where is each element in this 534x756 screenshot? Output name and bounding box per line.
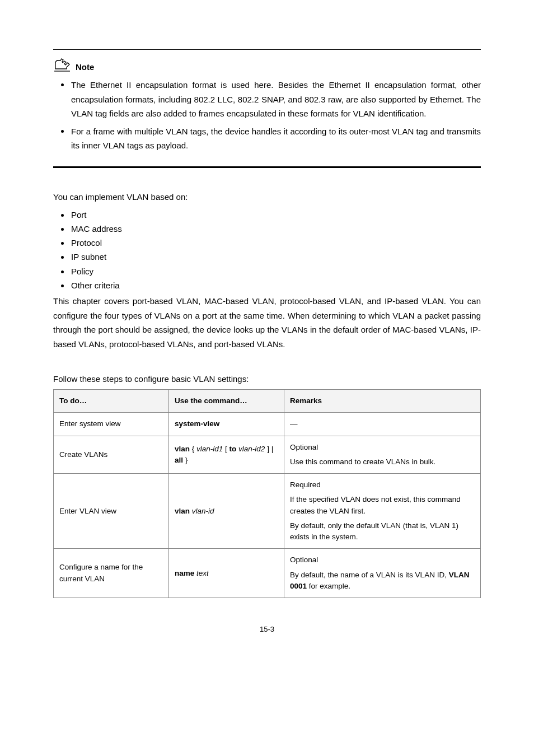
page-number: 15-3 bbox=[53, 625, 481, 633]
cmd-arg: vlan-id2 bbox=[238, 445, 265, 453]
cmd-punct: ] | bbox=[265, 445, 273, 453]
note-end-rule bbox=[53, 166, 481, 168]
cmd-arg: text bbox=[196, 569, 209, 577]
cell-command: system-view bbox=[169, 413, 284, 436]
cell-todo: Enter VLAN view bbox=[54, 474, 169, 549]
config-table: To do… Use the command… Remarks Enter sy… bbox=[53, 389, 481, 598]
remarks-text: If the specified VLAN does not exist, th… bbox=[290, 494, 475, 517]
note-heading: Note bbox=[53, 58, 481, 72]
table-row: Configure a name for the current VLAN na… bbox=[54, 549, 481, 598]
cmd-keyword: system-view bbox=[175, 419, 219, 428]
top-rule bbox=[53, 49, 481, 50]
remarks-text: Optional bbox=[290, 442, 475, 453]
col-header-todo: To do… bbox=[54, 390, 169, 413]
remarks-span: for example. bbox=[307, 582, 350, 590]
cell-remarks: — bbox=[284, 413, 481, 436]
remarks-text: By default, only the default VLAN (that … bbox=[290, 520, 475, 543]
cell-remarks: Required If the specified VLAN does not … bbox=[284, 474, 481, 549]
table-row: Enter system view system-view — bbox=[54, 413, 481, 436]
cmd-punct: } bbox=[183, 456, 188, 464]
cell-todo: Create VLANs bbox=[54, 436, 169, 474]
cmd-punct: { bbox=[190, 445, 196, 453]
vlan-types-paragraph: This chapter covers port-based VLAN, MAC… bbox=[53, 294, 481, 351]
col-header-remarks: Remarks bbox=[284, 390, 481, 413]
table-header-row: To do… Use the command… Remarks bbox=[54, 390, 481, 413]
table-caption: Follow these steps to configure basic VL… bbox=[53, 372, 481, 386]
note-list: The Ethernet II encapsulation format is … bbox=[53, 78, 481, 153]
cell-command: name text bbox=[169, 549, 284, 598]
remarks-text: Use this command to create VLANs in bulk… bbox=[290, 456, 475, 468]
cmd-keyword: all bbox=[175, 456, 183, 464]
cmd-arg: vlan-id bbox=[192, 507, 214, 515]
cmd-punct: [ bbox=[223, 445, 229, 453]
list-item: Port bbox=[53, 208, 481, 221]
list-item: Policy bbox=[53, 265, 481, 278]
cmd-keyword: name bbox=[175, 569, 194, 577]
cell-todo: Enter system view bbox=[54, 413, 169, 436]
list-item: MAC address bbox=[53, 222, 481, 235]
cell-command: vlan { vlan-id1 [ to vlan-id2 ] | all } bbox=[169, 436, 284, 474]
note-item: The Ethernet II encapsulation format is … bbox=[53, 78, 481, 121]
cell-todo: Configure a name for the current VLAN bbox=[54, 549, 169, 598]
remarks-text: By default, the name of a VLAN is its VL… bbox=[290, 570, 475, 592]
note-item: For a frame with multiple VLAN tags, the… bbox=[53, 124, 481, 153]
vlan-types-list: Port MAC address Protocol IP subnet Poli… bbox=[53, 208, 481, 292]
vlan-types-lead: You can implement VLAN based on: bbox=[53, 190, 481, 204]
remarks-text: — bbox=[290, 418, 475, 430]
cell-remarks: Optional By default, the name of a VLAN … bbox=[284, 549, 481, 598]
note-hand-icon bbox=[53, 58, 72, 72]
note-label: Note bbox=[76, 63, 94, 72]
remarks-text: Required bbox=[290, 479, 475, 491]
remarks-span: By default, the name of a VLAN is its VL… bbox=[290, 571, 449, 579]
cell-command: vlan vlan-id bbox=[169, 474, 284, 549]
note-block: Note The Ethernet II encapsulation forma… bbox=[53, 58, 481, 153]
cmd-keyword: to bbox=[229, 445, 237, 453]
cmd-keyword: vlan bbox=[175, 507, 190, 515]
cmd-keyword: vlan bbox=[175, 445, 190, 453]
table-row: Enter VLAN view vlan vlan-id Required If… bbox=[54, 474, 481, 549]
list-item: Other criteria bbox=[53, 279, 481, 292]
remarks-text: Optional bbox=[290, 554, 475, 566]
cmd-arg: vlan-id1 bbox=[196, 445, 223, 453]
table-row: Create VLANs vlan { vlan-id1 [ to vlan-i… bbox=[54, 436, 481, 474]
col-header-cmd: Use the command… bbox=[169, 390, 284, 413]
cell-remarks: Optional Use this command to create VLAN… bbox=[284, 436, 481, 474]
list-item: Protocol bbox=[53, 236, 481, 249]
list-item: IP subnet bbox=[53, 250, 481, 263]
